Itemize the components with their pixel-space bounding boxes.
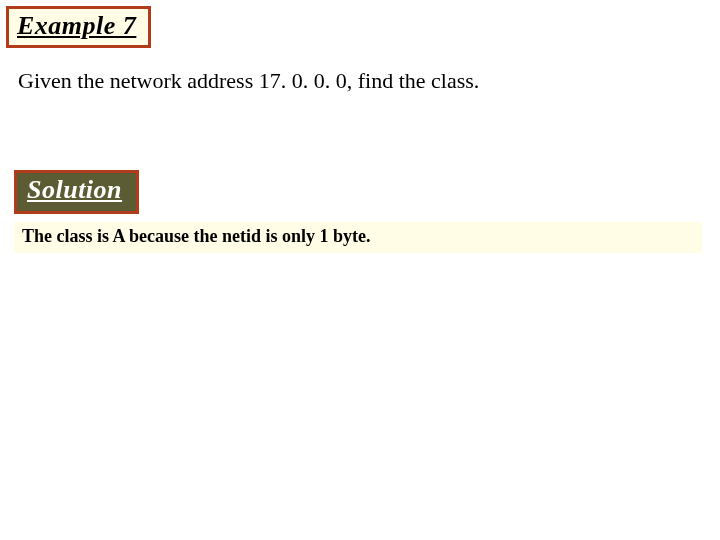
solution-header-label: Solution	[27, 175, 122, 204]
answer-band: The class is A because the netid is only…	[14, 222, 702, 253]
example-header-label: Example 7	[17, 11, 136, 40]
answer-text: The class is A because the netid is only…	[22, 226, 371, 246]
example-header-box: Example 7	[6, 6, 151, 48]
solution-header-box: Solution	[14, 170, 139, 214]
problem-statement: Given the network address 17. 0. 0. 0, f…	[18, 68, 479, 94]
slide-page: Example 7 Given the network address 17. …	[0, 0, 720, 540]
